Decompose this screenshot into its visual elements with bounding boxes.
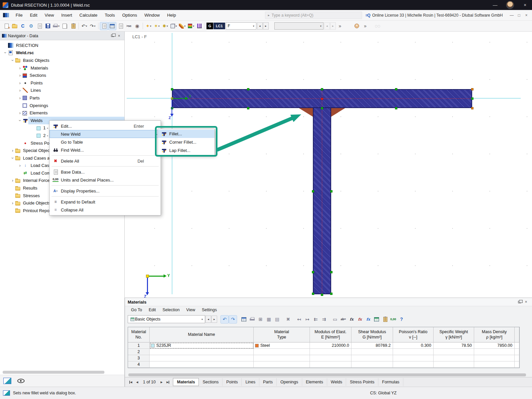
selection-handle[interactable]: [330, 293, 332, 295]
print-icon[interactable]: ▾: [52, 22, 61, 30]
visibility-icon[interactable]: ▾: [169, 22, 178, 30]
context-menu-item-display-properties-[interactable]: A≡Display Properties...: [50, 187, 161, 195]
materials-menu-go-to[interactable]: Go To: [128, 308, 145, 312]
panel-toggle-icon[interactable]: [3, 378, 11, 384]
selection-handle[interactable]: [471, 88, 473, 90]
context-menu-item-new-weld[interactable]: New Weld▸: [50, 130, 161, 138]
tab-materials[interactable]: Materials: [173, 378, 199, 386]
new-model-icon[interactable]: [2, 22, 10, 30]
tree-expander-icon[interactable]: ›: [3, 50, 8, 56]
table-cell[interactable]: [474, 355, 515, 361]
selection-handle[interactable]: [321, 294, 323, 296]
tab-welds[interactable]: Welds: [327, 378, 346, 386]
context-menu-item-find-weld-[interactable]: Find Weld...: [50, 146, 161, 154]
redo-icon[interactable]: ↷▾: [88, 22, 97, 30]
navigator-close-button[interactable]: ×: [116, 33, 122, 39]
view-tables-icon[interactable]: [108, 22, 116, 30]
visibility-eye-icon[interactable]: [17, 379, 25, 383]
selection-handle[interactable]: [321, 107, 323, 109]
table-cell[interactable]: [474, 349, 515, 355]
tree-expander-icon[interactable]: ›: [17, 88, 23, 92]
table-cell[interactable]: [254, 355, 310, 361]
table-view-icon[interactable]: [240, 315, 248, 324]
selection-handle[interactable]: [395, 107, 397, 109]
menu-tools[interactable]: Tools: [101, 10, 118, 20]
fillet-weld-right[interactable]: [331, 108, 345, 117]
prev-page-button[interactable]: ◀: [134, 379, 140, 385]
delete-rows-icon[interactable]: ✖: [284, 315, 292, 324]
formula-edit-icon[interactable]: fx: [364, 315, 372, 324]
submenu-item-lap-fillet-[interactable]: Lap Fillet...: [158, 146, 214, 155]
load-case-next[interactable]: ▸: [263, 22, 269, 30]
sidebar-item-sections[interactable]: ›Sections: [0, 71, 124, 79]
menu-help[interactable]: Help: [163, 10, 180, 20]
tab-formulas[interactable]: Formulas: [378, 378, 403, 386]
navigator-float-button[interactable]: [109, 33, 116, 39]
new-object-icon[interactable]: ✦▾: [144, 22, 153, 30]
table-cell[interactable]: [351, 355, 393, 361]
color-scale-icon[interactable]: ▾: [187, 22, 195, 30]
new-load-icon[interactable]: ✶▾: [153, 22, 161, 30]
copy-icon[interactable]: [61, 22, 69, 30]
stress-point-icon[interactable]: ◉: [133, 22, 141, 30]
materials-menu-selection[interactable]: Selection: [159, 308, 183, 312]
tab-points[interactable]: Points: [222, 378, 242, 386]
table-settings-icon[interactable]: ▤: [273, 315, 281, 324]
menu-window[interactable]: Window: [141, 10, 163, 20]
context-menu-item-collapse-all[interactable]: ≡Collapse All: [50, 206, 161, 214]
selection-handle[interactable]: [330, 271, 332, 273]
navigator-hscrollbar[interactable]: [1, 370, 124, 375]
menu-options[interactable]: Options: [118, 10, 141, 20]
model-check-icon[interactable]: C: [19, 22, 27, 30]
sidebar-item-materials[interactable]: ›Materials: [0, 64, 124, 72]
context-menu-item-edit-[interactable]: Edit...Enter: [50, 122, 161, 130]
selection-handle[interactable]: [321, 88, 323, 90]
materials-menu-view[interactable]: View: [183, 308, 199, 312]
sidebar-item-weld-rsc[interactable]: ›Weld.rsc: [0, 49, 124, 57]
status-panel-icon[interactable]: [3, 390, 10, 396]
selection-handle[interactable]: [312, 271, 314, 273]
load-case-combo[interactable]: F▾: [226, 22, 256, 30]
context-menu-item-units-and-decimal-places-[interactable]: 0,00Units and Decimal Places...: [50, 176, 161, 184]
sidebar-item-elements[interactable]: ›Elements: [0, 109, 124, 117]
selection-handle[interactable]: [247, 88, 249, 90]
settings-gear-icon[interactable]: ⚙: [27, 22, 35, 30]
section-values-icon[interactable]: [195, 22, 203, 30]
tab-sections[interactable]: Sections: [199, 378, 222, 386]
menu-insert[interactable]: Insert: [58, 10, 76, 20]
formula-remove-icon[interactable]: fx: [356, 315, 364, 324]
fill-icon[interactable]: ▦: [265, 315, 273, 324]
tree-expander-icon[interactable]: ›: [18, 118, 22, 123]
table-cell[interactable]: [310, 349, 351, 355]
tree-expander-icon[interactable]: ›: [17, 163, 23, 168]
sidebar-item-parts[interactable]: ›Parts: [0, 94, 124, 102]
import-table-icon[interactable]: [381, 315, 389, 324]
table-print-icon[interactable]: [248, 315, 256, 324]
tree-expander-icon[interactable]: ›: [17, 66, 23, 70]
selection-handle[interactable]: [312, 190, 314, 193]
selection-handle[interactable]: [395, 88, 397, 90]
table-cell[interactable]: [393, 355, 434, 361]
rename-icon[interactable]: ab=: [339, 315, 347, 324]
copy-row-icon[interactable]: ↤: [295, 315, 303, 324]
materials-hscrollbar[interactable]: [128, 373, 529, 377]
formula-icon[interactable]: fx: [347, 315, 356, 324]
table-cell[interactable]: [515, 342, 519, 349]
clipboard-icon[interactable]: [69, 22, 77, 30]
keyword-search[interactable]: ▸: [265, 12, 362, 19]
save-icon[interactable]: [44, 22, 52, 30]
submenu-item-corner-fillet-[interactable]: Corner Fillet...: [158, 138, 214, 146]
sidebar-item-basic-objects[interactable]: ›Basic Objects: [0, 57, 124, 64]
selection-handle[interactable]: [312, 293, 314, 295]
table-cell[interactable]: [515, 349, 519, 355]
scope-dropdown[interactable]: Basic Objects▾: [128, 315, 205, 323]
table-cell[interactable]: [150, 361, 254, 368]
excel-export-icon[interactable]: [372, 315, 381, 324]
last-page-button[interactable]: ▶: [165, 379, 171, 385]
table-cell[interactable]: S235JR: [150, 342, 254, 349]
tree-expander-icon[interactable]: ›: [11, 155, 15, 161]
table-cell[interactable]: [434, 355, 474, 361]
row-number-cell[interactable]: 3: [128, 355, 150, 361]
scrollbar-thumb[interactable]: [128, 373, 526, 376]
sidebar-item-rsection[interactable]: RSECTION: [0, 42, 124, 49]
